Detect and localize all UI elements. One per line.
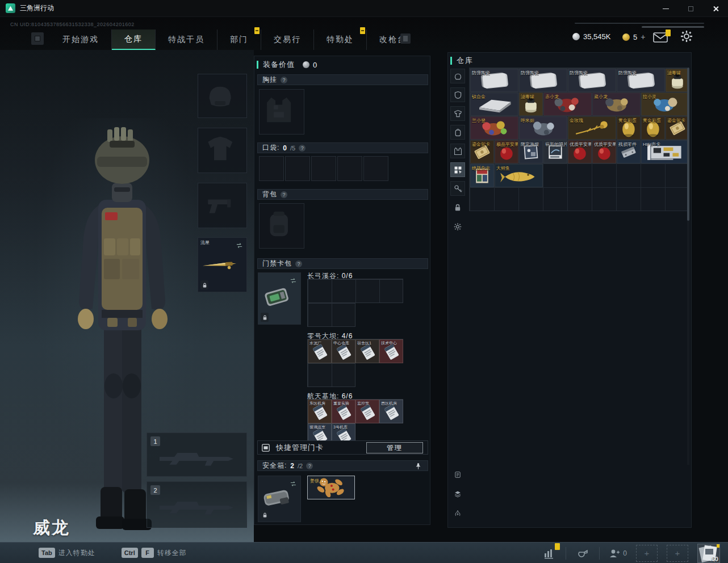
keycard-item[interactable]: 重要实验 [332,400,355,423]
category-keycard-icon[interactable] [450,181,465,196]
manage-button[interactable]: 管理 [366,442,423,453]
warehouse-item[interactable]: 绝版杂志 [470,164,494,187]
minimize-button[interactable] [653,0,678,17]
help-icon[interactable]: ? [299,145,306,152]
tab-5[interactable]: 交易行 [261,30,314,50]
tab-2[interactable]: 仓库 [112,30,156,50]
keycard-item[interactable]: 宿舍区1 [355,339,379,363]
empty-quick-slot[interactable]: + [636,545,658,562]
lock-icon[interactable] [450,200,465,215]
keycard-item[interactable]: 水泥厂 [308,339,332,363]
gear-icon[interactable] [450,219,465,234]
warehouse-item[interactable]: 优质平安果 [592,140,616,163]
gold-currency[interactable]: 5 + [622,32,645,41]
category-shirt-icon[interactable] [450,106,465,121]
warehouse-item[interactable]: HIFI声卡 [641,140,689,163]
keycard-grid[interactable] [307,279,403,303]
swap-icon[interactable] [290,478,298,485]
keycard-item[interactable]: 技术中心 [379,339,403,363]
report-button[interactable] [575,547,590,560]
warehouse-grid[interactable]: 防弹陶瓷防弹陶瓷防弹陶瓷防弹陶瓷滤毒罐钛合金滤毒罐赤小龙葳小龙拉小灵兰小登呼米妲… [469,68,689,211]
add-gold-button[interactable]: + [641,32,645,41]
warehouse-item[interactable]: 钛合金 [470,93,518,116]
category-chest-rig-icon[interactable] [450,144,465,158]
consumable-stack[interactable]: 60 [697,544,720,563]
help-icon[interactable]: ? [281,77,287,83]
extra-nav-button[interactable] [400,33,411,44]
category-armor-icon[interactable] [450,87,465,102]
layers-icon[interactable] [450,486,465,501]
tab-4[interactable]: 部门 [217,30,261,50]
warehouse-item[interactable]: 极品平安果 [495,140,518,163]
keycard-grid[interactable] [307,302,355,327]
claw-icon[interactable] [450,506,465,520]
pocket-slot[interactable] [259,156,284,181]
warehouse-item[interactable]: 崭新的唱片 [543,140,567,163]
warehouse-item[interactable]: 葳小龙 [592,93,641,116]
keycard-item[interactable]: 西区机房 [379,400,403,423]
warehouse-item[interactable]: 大鲤鱼 [495,164,543,187]
keycard-item[interactable]: 监控室 [355,400,379,423]
warehouse-item[interactable]: 黄金彩蛋 [617,116,641,140]
warehouse-item[interactable]: 鎏金贺卡 [470,140,494,163]
warehouse-item[interactable]: 防弹陶瓷 [568,69,616,92]
pocket-slot[interactable] [363,156,388,181]
shirt-slot[interactable] [198,128,247,173]
primary-weapon-slot-2[interactable]: 2 [147,481,247,528]
warehouse-item[interactable]: 滤毒罐 [519,93,543,116]
chest-rig-slot[interactable] [259,89,304,135]
tab-7[interactable]: 改枪台 [367,30,419,50]
melee-slot[interactable]: 流星 [198,237,247,292]
swap-icon[interactable] [236,240,244,246]
safe-item-gingerbread[interactable]: 姜饼人 [307,476,355,499]
pocket-slot[interactable] [285,156,310,181]
warehouse-item[interactable]: 防弹陶瓷 [617,69,665,92]
warehouse-item[interactable]: 黄金彩蛋 [641,116,665,140]
tab-1[interactable]: 开始游戏 [50,30,112,50]
keycard-grid[interactable] [307,363,355,387]
settings-button[interactable] [680,30,693,43]
pocket-slot[interactable] [337,156,362,181]
empty-quick-slot[interactable]: + [667,545,688,562]
swap-icon[interactable] [290,275,298,282]
pin-icon[interactable] [415,463,422,470]
contract-icon[interactable] [450,467,465,482]
warehouse-item[interactable]: 金玫瑰 [568,116,616,140]
tab-6[interactable]: 特勤处 [314,30,367,50]
keycard-item[interactable]: 中心仓库 [332,339,355,363]
category-backpack-icon[interactable] [450,125,465,140]
warehouse-item[interactable]: 残损零件 [617,140,641,163]
helmet-slot[interactable] [198,74,247,118]
mail-button[interactable] [653,32,668,43]
warehouse-item[interactable]: 呼米妲 [519,116,567,140]
warehouse-scrollbar[interactable] [687,68,689,465]
keycard-wallet-slot[interactable] [258,272,301,325]
maximize-button[interactable] [678,0,703,17]
warehouse-item[interactable]: 兰小登 [470,116,518,140]
category-collectibles-icon[interactable] [450,162,465,177]
warehouse-item[interactable]: 防弹陶瓷 [519,69,567,92]
close-button[interactable] [703,0,728,17]
warehouse-item[interactable]: 优质平安果 [568,140,592,163]
silver-currency[interactable]: 35,545K [572,32,610,41]
help-icon[interactable]: ? [295,261,302,267]
stats-button[interactable] [542,547,557,560]
transfer-all-shortcut[interactable]: Ctrl F 转移全部 [122,548,202,558]
pocket-slot[interactable] [311,156,336,181]
warehouse-item[interactable]: 赤小龙 [543,93,592,116]
primary-weapon-slot-1[interactable]: 1 [147,432,247,477]
home-button[interactable] [31,32,44,45]
warehouse-item[interactable]: 滤毒罐 [666,69,689,92]
friends-button[interactable]: 0 [609,548,627,558]
pistol-slot[interactable] [198,183,247,228]
help-icon[interactable]: ? [306,463,313,469]
warehouse-item[interactable]: 限定海报 [519,140,543,163]
warehouse-item[interactable]: 鎏金贺卡 [666,116,689,140]
backpack-slot[interactable] [259,203,304,249]
warehouse-item[interactable]: 拉小灵 [641,93,689,116]
category-helmet-icon[interactable] [450,69,465,83]
help-icon[interactable]: ? [281,191,287,198]
warehouse-item[interactable]: 防弹陶瓷 [470,69,518,92]
tab-3[interactable]: 特战干员 [156,30,217,50]
safe-box-slot[interactable] [258,476,301,522]
